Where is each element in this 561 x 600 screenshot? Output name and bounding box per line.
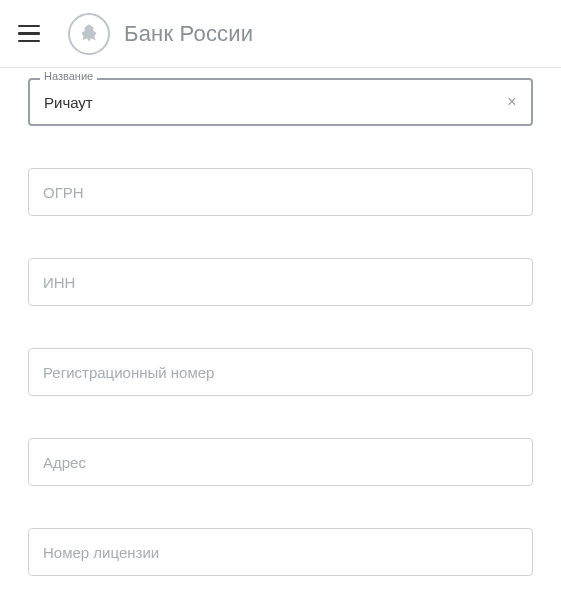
field-reg-number [28, 348, 533, 396]
inn-input[interactable] [28, 258, 533, 306]
reg-number-input[interactable] [28, 348, 533, 396]
ogrn-input[interactable] [28, 168, 533, 216]
clear-name-button[interactable]: × [501, 91, 523, 113]
eagle-logo-icon [68, 13, 110, 55]
header: Банк России [0, 0, 561, 68]
field-name: Название × [28, 78, 533, 126]
search-form: Название × [0, 78, 561, 576]
field-license [28, 528, 533, 576]
name-input[interactable] [28, 78, 533, 126]
name-label: Название [40, 70, 97, 82]
field-ogrn [28, 168, 533, 216]
license-input[interactable] [28, 528, 533, 576]
address-input[interactable] [28, 438, 533, 486]
site-title: Банк России [124, 21, 253, 47]
close-icon: × [507, 94, 516, 110]
field-inn [28, 258, 533, 306]
field-address [28, 438, 533, 486]
menu-icon[interactable] [18, 21, 40, 47]
logo-block[interactable]: Банк России [68, 13, 253, 55]
